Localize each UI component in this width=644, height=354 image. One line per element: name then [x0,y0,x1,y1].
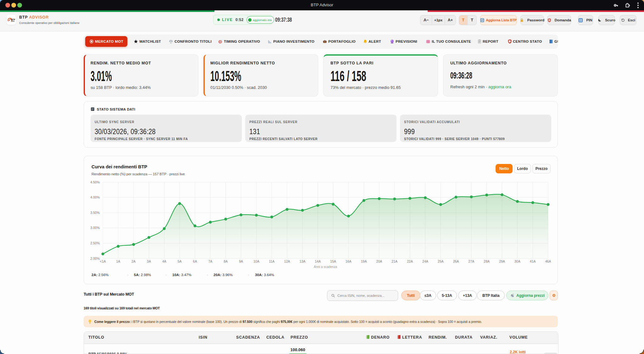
svg-text:2A: 2.56%: 2A: 2.56% [92,273,108,277]
svg-text:10A: 3.47%: 10A: 3.47% [172,273,192,277]
svg-text:·: · [165,273,167,277]
svg-text:30A: 30A [514,259,520,263]
svg-text:21A: 21A [391,259,397,263]
svg-text:24A: 24A [422,259,428,263]
svg-text:41A: 41A [530,259,536,263]
svg-text:·: · [248,273,249,277]
svg-text:28A: 28A [484,259,490,263]
svg-text:11A: 11A [269,259,275,263]
svg-text:13A: 13A [299,259,305,263]
svg-text:27A: 27A [469,259,475,263]
svg-text:·: · [207,273,208,277]
svg-text:Anni a scadenza: Anni a scadenza [314,265,337,269]
svg-text:19A: 19A [361,259,367,263]
svg-text:<1A: <1A [100,259,106,263]
svg-text:25A: 25A [438,259,444,263]
svg-text:2A: 2A [131,259,136,263]
svg-text:12A: 12A [284,259,290,263]
svg-text:26A: 26A [453,259,459,263]
svg-text:46A: 46A [545,259,551,263]
svg-text:5A: 5A [178,259,182,263]
svg-text:8A: 8A [224,259,228,263]
svg-text:4.00%: 4.00% [90,195,100,199]
svg-text:3.50%: 3.50% [90,211,100,215]
svg-text:1A: 1A [116,259,120,263]
svg-text:5A: 2.98%: 5A: 2.98% [134,273,151,277]
svg-text:14A: 14A [315,259,321,263]
svg-text:10A: 10A [253,259,259,263]
svg-text:9A: 9A [239,259,243,263]
svg-text:6A: 6A [193,259,197,263]
svg-text:7A: 7A [208,259,212,263]
svg-text:29A: 29A [499,259,505,263]
svg-text:3A: 3A [147,259,151,263]
svg-text:15A: 15A [330,259,336,263]
svg-text:4.50%: 4.50% [90,180,100,184]
svg-text:3.00%: 3.00% [90,226,100,230]
svg-text:30A: 3.64%: 30A: 3.64% [255,273,274,277]
svg-text:4A: 4A [162,259,166,263]
svg-text:22A: 22A [407,259,413,263]
svg-text:2.00%: 2.00% [90,257,100,260]
svg-text:16A: 16A [346,259,352,263]
svg-text:20A: 3.96%: 20A: 3.96% [214,273,233,277]
svg-text:20A: 20A [376,259,382,263]
svg-text:2.50%: 2.50% [90,241,100,245]
svg-text:·: · [127,273,129,277]
svg-text:BTP: BTP [11,19,15,21]
